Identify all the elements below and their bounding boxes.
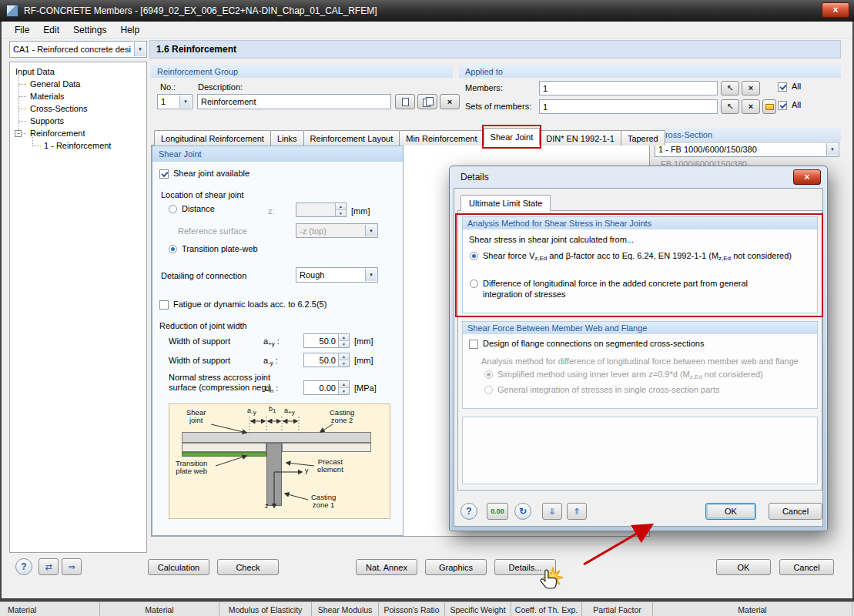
empty-section bbox=[462, 417, 818, 484]
help-icon: ? bbox=[466, 506, 471, 517]
shear-stress-section: Analysis Method for Shear Stress in Shea… bbox=[462, 216, 818, 313]
tree-root-input-data[interactable]: Input Data bbox=[10, 65, 146, 78]
cancel-button[interactable]: Cancel bbox=[779, 559, 834, 575]
tab-tapered[interactable]: Tapered bbox=[621, 130, 665, 146]
shear-joint-diagram: Shear joint Casting zone 2 Transition pl… bbox=[169, 403, 390, 519]
calculation-button[interactable]: Calculation bbox=[148, 559, 209, 575]
spinner-arrows-icon[interactable]: ▲▼ bbox=[338, 334, 349, 347]
export-settings-button[interactable]: ⇑ bbox=[567, 503, 587, 520]
longitudinal-difference-radio[interactable] bbox=[470, 280, 478, 288]
members-all-checkbox[interactable]: All bbox=[778, 82, 801, 92]
checkbox-checked-icon bbox=[159, 169, 169, 179]
details-ok-button[interactable]: OK bbox=[705, 503, 756, 520]
new-set-icon bbox=[765, 104, 774, 110]
tab-reinforcement-layout[interactable]: Reinforcement Layout bbox=[303, 130, 400, 146]
members-label: Members: bbox=[465, 83, 503, 92]
description-input[interactable]: Reinforcement bbox=[197, 94, 391, 109]
close-icon: × bbox=[804, 172, 809, 182]
details-help-button[interactable]: ? bbox=[460, 503, 477, 520]
pick-sets-button[interactable]: ↖ bbox=[721, 99, 739, 114]
shear-joint-available-checkbox[interactable]: Shear joint available bbox=[159, 169, 250, 179]
diagram-label-casting-zone-2: Casting zone 2 bbox=[330, 409, 354, 424]
general-integration-radio[interactable]: General integration of stresses in singl… bbox=[484, 386, 720, 394]
spinner-arrows-icon[interactable]: ▲▼ bbox=[338, 353, 349, 367]
tab-ultimate-limit-state[interactable]: Ultimate Limit State bbox=[460, 195, 551, 211]
tree-item-supports[interactable]: Supports bbox=[10, 115, 146, 127]
spinner-arrows-icon[interactable]: ▲▼ bbox=[338, 381, 349, 394]
cross-section-select[interactable]: 1 - FB 1000/6000/150/380 ▼ bbox=[655, 142, 839, 157]
checkbox-icon bbox=[159, 300, 169, 310]
distance-radio[interactable]: Distance bbox=[169, 205, 215, 213]
diagram-dim-a-plus-y: a+y bbox=[284, 407, 295, 416]
details-dialog-titlebar[interactable]: Details bbox=[450, 166, 827, 188]
transition-plate-web-radio[interactable]: Transition plate-web bbox=[169, 245, 258, 253]
titlebar[interactable]: RF-CONCRETE Members - [6949_02_EX_006_EC… bbox=[0, 0, 854, 22]
pick-members-button[interactable]: ↖ bbox=[721, 81, 739, 95]
shear-joint-panel: Shear Joint Shear joint available Locati… bbox=[152, 146, 404, 536]
number-format-button[interactable]: 0.00 bbox=[487, 503, 508, 520]
check-button[interactable]: Check bbox=[217, 559, 279, 575]
tree-item-reinforcement[interactable]: - Reinforcement bbox=[10, 127, 146, 139]
sets-all-checkbox[interactable]: All bbox=[778, 101, 801, 110]
delete-group-button[interactable]: × bbox=[440, 94, 460, 109]
tab-din-en-1992[interactable]: DIN* EN 1992-1-1 bbox=[539, 130, 621, 146]
help-button[interactable]: ? bbox=[15, 558, 32, 575]
details-cancel-button[interactable]: Cancel bbox=[769, 503, 822, 520]
z-distance-spinner[interactable]: ▲▼ bbox=[296, 203, 347, 217]
width-support-minus-y-spinner[interactable]: 50.0 ▲▼ bbox=[303, 353, 350, 367]
graphics-button[interactable]: Graphics bbox=[425, 559, 487, 575]
tab-links[interactable]: Links bbox=[270, 130, 304, 146]
jump-graphic-button[interactable]: ⇄ bbox=[39, 558, 59, 575]
tab-longitudinal-reinforcement[interactable]: Longitudinal Reinforcement bbox=[154, 130, 271, 146]
new-group-button[interactable] bbox=[395, 94, 415, 109]
clear-sets-button[interactable]: × bbox=[742, 99, 760, 114]
details-button[interactable]: Details... bbox=[494, 559, 556, 575]
nat-annex-button[interactable]: Nat. Annex bbox=[356, 559, 417, 575]
ok-button[interactable]: OK bbox=[716, 559, 771, 575]
collapse-icon[interactable]: - bbox=[15, 130, 22, 137]
reference-surface-select[interactable]: -z (top) ▼ bbox=[296, 223, 378, 238]
case-selector[interactable]: CA1 - Reinforced concrete desi ▼ bbox=[9, 41, 147, 58]
width-support-plus-y-spinner[interactable]: 50.0 ▲▼ bbox=[303, 333, 350, 348]
simplified-method-radio[interactable]: Simplified method using inner lever arm … bbox=[484, 370, 763, 380]
chevron-down-icon: ▼ bbox=[179, 95, 191, 108]
flange-design-checkbox[interactable]: Design of flange connections on segmente… bbox=[469, 340, 704, 349]
menu-edit[interactable]: Edit bbox=[36, 22, 66, 38]
reinforcement-number-select[interactable]: 1 ▼ bbox=[157, 94, 193, 109]
menu-help[interactable]: Help bbox=[113, 22, 146, 38]
tab-shear-joint[interactable]: Shear Joint bbox=[484, 128, 541, 146]
close-button[interactable]: × bbox=[822, 2, 849, 18]
jump-next-button[interactable]: ⇒ bbox=[62, 558, 82, 575]
clear-members-button[interactable]: × bbox=[742, 81, 760, 95]
menu-file[interactable]: File bbox=[8, 22, 36, 38]
tab-min-reinforcement[interactable]: Min Reinforcement bbox=[399, 130, 484, 146]
reset-defaults-button[interactable]: ↻ bbox=[514, 503, 531, 520]
tree-item-1-reinforcement[interactable]: 1 - Reinforcement bbox=[10, 139, 146, 152]
normal-stress-spinner[interactable]: 0.00 ▲▼ bbox=[303, 380, 350, 395]
menubar: File Edit Settings Help bbox=[2, 22, 852, 38]
new-set-button[interactable] bbox=[762, 99, 776, 114]
fatigue-checkbox[interactable]: Fatigue or dynamic loads acc. to 6.2.5(5… bbox=[159, 300, 327, 310]
help-icon: ? bbox=[21, 561, 26, 572]
checkbox-checked-icon bbox=[778, 82, 787, 92]
rf-concrete-members-window: RF-CONCRETE Members - [6949_02_EX_006_EC… bbox=[0, 0, 854, 616]
tree-item-cross-sections[interactable]: Cross-Sections bbox=[10, 102, 146, 115]
members-input[interactable]: 1 bbox=[539, 81, 718, 95]
spinner-arrows-icon[interactable]: ▲▼ bbox=[335, 203, 346, 216]
refresh-icon: ↻ bbox=[519, 506, 527, 517]
longitudinal-difference-label: Difference of longitudinal force in the … bbox=[483, 278, 788, 300]
flange-section-header: Shear Force Between Member Web and Flang… bbox=[463, 322, 817, 334]
details-dialog: Details × Ultimate Limit State Analysis … bbox=[449, 166, 828, 531]
sets-of-members-input[interactable]: 1 bbox=[539, 99, 718, 114]
copy-icon bbox=[423, 97, 433, 106]
menu-settings[interactable]: Settings bbox=[66, 22, 113, 38]
shear-force-beta-radio[interactable] bbox=[470, 252, 478, 260]
tree-item-general-data[interactable]: General Data bbox=[10, 78, 146, 90]
copy-group-button[interactable] bbox=[417, 94, 437, 109]
mm-unit: [mm] bbox=[354, 356, 373, 365]
details-close-button[interactable]: × bbox=[793, 169, 821, 185]
tree-item-materials[interactable]: Materials bbox=[10, 90, 146, 102]
detailing-select[interactable]: Rough ▼ bbox=[296, 267, 378, 283]
reinforcement-group-header: Reinforcement Group bbox=[151, 65, 453, 78]
import-settings-button[interactable]: ⇓ bbox=[542, 503, 562, 520]
